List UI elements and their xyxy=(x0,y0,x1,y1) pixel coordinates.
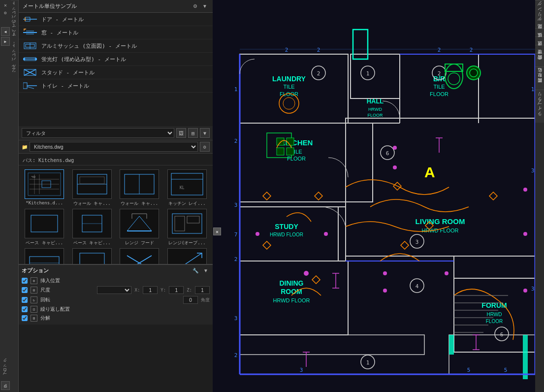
thumbnail-item-0[interactable]: *KD *Kitchens.d... xyxy=(22,169,67,207)
filter-select[interactable]: フィルタ xyxy=(22,128,174,138)
panel-header: メートル単位サンプル ⚙ ▼ xyxy=(19,0,213,13)
svg-text:FORUM: FORUM xyxy=(481,301,507,309)
options-menu-btn[interactable]: ▼ xyxy=(202,267,210,274)
toolbar-btn-2[interactable]: ▶ xyxy=(1,37,10,46)
options-settings-btn[interactable]: 🔧 xyxy=(191,267,200,274)
thumbnail-box-0[interactable]: *KD xyxy=(25,169,64,199)
thumbnail-scroll: *KD *Kitchens.d... ウォール キャ... xyxy=(19,165,213,264)
scale-z-input[interactable] xyxy=(195,286,210,294)
insert-pos-checkbox[interactable] xyxy=(22,278,28,284)
stud-label: スタッド - メートル xyxy=(41,69,95,76)
thumbnail-box-7[interactable] xyxy=(167,209,207,238)
y-label: Y: xyxy=(160,288,166,293)
right-tab-drawing[interactable]: 図面の管理 xyxy=(535,53,544,66)
svg-text:DINING: DINING xyxy=(280,279,304,287)
path-select[interactable]: Kitchens.dwg xyxy=(30,142,198,152)
z-label: Z: xyxy=(187,288,192,293)
thumbnail-box-11[interactable] xyxy=(167,248,207,264)
right-tab-dering[interactable]: デリング xyxy=(535,0,544,28)
palette-item-window[interactable]: 窓 - メートル xyxy=(19,26,213,39)
palette-item-stud[interactable]: スタッド - メートル xyxy=(19,66,213,79)
thumbnail-item-6[interactable]: レンジ フード xyxy=(117,209,162,246)
scale-x-input[interactable] xyxy=(143,286,158,294)
thumbnail-box-2[interactable] xyxy=(120,169,159,199)
scale-select[interactable] xyxy=(97,286,131,294)
thumbnail-item-7[interactable]: レンジ(オープ... xyxy=(164,209,210,246)
svg-text:2: 2 xyxy=(234,352,238,359)
thumbnail-item-4[interactable]: ベース キャビ... xyxy=(22,209,67,246)
palette-item-door[interactable]: ドア - メートル xyxy=(19,13,213,26)
thumbnail-item-10[interactable] xyxy=(117,248,162,264)
svg-rect-52 xyxy=(213,0,535,392)
thumbnail-item-2[interactable]: ウォール キャ... xyxy=(117,169,162,207)
svg-text:3: 3 xyxy=(300,367,303,373)
thumbnail-item-9[interactable] xyxy=(69,248,115,264)
right-tab-extended[interactable]: 拡張 xyxy=(535,36,544,45)
svg-text:5: 5 xyxy=(467,367,471,373)
thumbnail-box-6[interactable] xyxy=(120,209,159,238)
gear-icon[interactable]: ⚙ xyxy=(4,10,6,15)
toolbar-btn-1[interactable]: ◀ xyxy=(1,27,10,36)
palette-item-light[interactable]: 蛍光灯 (埋め込み型) - メートル xyxy=(19,53,213,66)
thumbnail-box-4[interactable] xyxy=(25,209,64,238)
close-icon[interactable]: ✕ xyxy=(4,2,7,8)
option-row-explode: ⊠ 分解 xyxy=(22,314,210,323)
toolbar-btn-print[interactable]: 🖨 xyxy=(1,381,10,390)
svg-text:HRWD: HRWD xyxy=(487,312,502,317)
thumbnail-box-8[interactable] xyxy=(25,248,64,264)
thumbnail-item-1[interactable]: ウォール キャ... xyxy=(69,169,115,207)
svg-line-17 xyxy=(27,87,34,89)
filter-view-btn[interactable]: ▤ xyxy=(188,128,198,138)
filter-icon-btn[interactable]: 🖼 xyxy=(176,128,186,138)
scale-y-input[interactable] xyxy=(169,286,184,294)
thumbnail-label-5: ベース キャビ... xyxy=(72,240,112,246)
svg-text:HRWD FLOOR: HRWD FLOOR xyxy=(273,297,310,303)
thumbnail-item-5[interactable]: ベース キャビ... xyxy=(69,209,115,246)
rotation-angle-input[interactable] xyxy=(183,296,198,304)
palette-item-alumi[interactable]: アルミサッシュ (立面図) - メートル xyxy=(19,39,213,53)
thumbnail-box-1[interactable] xyxy=(72,169,112,199)
right-tab-default[interactable]: 既定 xyxy=(535,28,544,36)
thumbnail-grid: *KD *Kitchens.d... ウォール キャ... xyxy=(19,165,213,264)
panel-menu-btn[interactable]: ▼ xyxy=(201,3,209,9)
svg-text:STUDY: STUDY xyxy=(275,223,298,230)
svg-text:5: 5 xyxy=(504,367,508,373)
thumbnail-item-11[interactable] xyxy=(164,248,210,264)
svg-text:TILE: TILE xyxy=(433,84,445,90)
folder-icon: 📁 xyxy=(22,144,28,150)
toilet-label: トイレ - メートル xyxy=(41,82,89,90)
svg-point-154 xyxy=(393,165,397,169)
svg-text:FLOOR: FLOOR xyxy=(486,319,503,324)
svg-point-153 xyxy=(393,146,397,150)
thumbnail-box-3[interactable]: KL xyxy=(167,169,207,199)
thumbnail-box-9[interactable] xyxy=(72,248,112,264)
sidebar-label-tool-palette[interactable]: ツール パレット - すべてのパレット xyxy=(11,0,18,78)
right-tab-library[interactable]: ライブラリ xyxy=(535,90,544,123)
right-tab-selection[interactable]: 選択 xyxy=(535,45,544,53)
stud-icon xyxy=(23,68,37,77)
scale-checkbox[interactable] xyxy=(22,287,28,293)
thumbnail-box-10[interactable] xyxy=(120,248,159,264)
svg-text:2: 2 xyxy=(438,70,441,77)
svg-rect-10 xyxy=(23,58,25,60)
svg-point-142 xyxy=(470,69,478,77)
filter-more-btn[interactable]: ▼ xyxy=(200,128,210,138)
scale-icon: ⊞ xyxy=(31,287,37,294)
svg-text:2: 2 xyxy=(470,47,473,53)
thumbnail-item-8[interactable] xyxy=(22,248,67,264)
svg-text:2: 2 xyxy=(317,70,320,77)
thumbnail-item-3[interactable]: KL キッチン レイ... xyxy=(164,169,210,207)
palette-item-toilet[interactable]: トイレ - メートル xyxy=(19,79,213,93)
panel-settings-btn[interactable]: ⚙ xyxy=(192,3,199,9)
explode-icon: ⊠ xyxy=(31,315,37,322)
insert-pos-label: 挿入位置 xyxy=(40,277,210,284)
repeat-checkbox[interactable] xyxy=(22,306,28,312)
cad-canvas[interactable]: LAUNDRY TILE FLOOR B/R TILE FLOOR HALL H… xyxy=(213,0,535,392)
svg-text:TILE: TILE xyxy=(283,84,294,90)
drag-close-btn[interactable]: ✕ xyxy=(213,228,221,235)
rotation-checkbox[interactable] xyxy=(22,297,28,303)
path-settings-btn[interactable]: ⚙ xyxy=(200,142,210,152)
explode-checkbox[interactable] xyxy=(22,315,28,321)
thumbnail-box-5[interactable] xyxy=(72,209,112,238)
right-tab-import[interactable]: 図面に取り込む xyxy=(535,66,544,90)
